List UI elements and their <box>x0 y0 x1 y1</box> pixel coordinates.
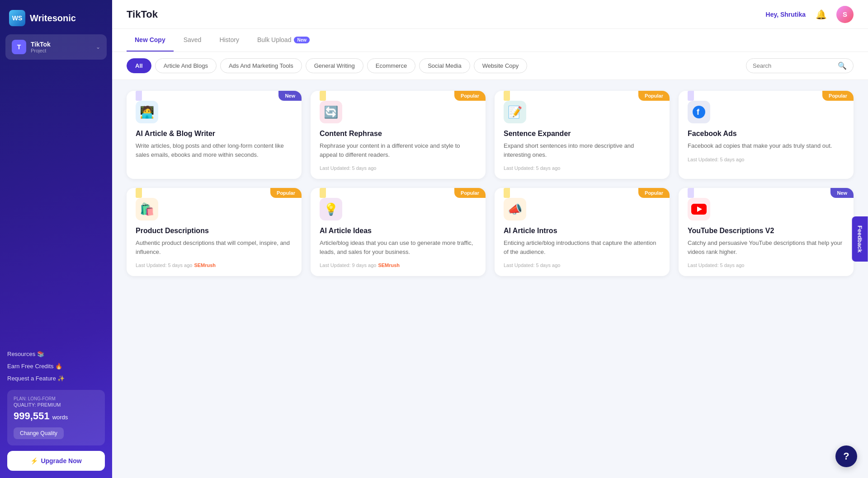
card-footer: Last Updated: 5 days ago <box>688 262 844 268</box>
last-updated: Last Updated: 5 days ago <box>136 262 192 268</box>
avatar[interactable]: S <box>836 6 854 23</box>
filter-bar: AllArticle And BlogsAds And Marketing To… <box>112 52 868 80</box>
filter-ecommerce[interactable]: Ecommerce <box>367 58 415 73</box>
card-desc: Rephrase your content in a different voi… <box>320 141 476 159</box>
card-title: AI Article & Blog Writer <box>136 130 292 138</box>
card-desc: Facebook ad copies that make your ads tr… <box>688 141 844 150</box>
card-title: YouTube Descriptions V2 <box>688 227 844 235</box>
bookmark-icon <box>136 91 142 101</box>
card-icon <box>688 198 710 220</box>
card-product-descriptions[interactable]: Popular 🛍️ Product Descriptions Authenti… <box>127 188 302 276</box>
card-badge: New <box>278 91 302 101</box>
card-footer: Last Updated: 5 days ago <box>504 262 660 268</box>
last-updated: Last Updated: 5 days ago <box>320 165 376 171</box>
search-bar: 🔍 <box>746 58 854 73</box>
card-badge: Popular <box>454 91 486 101</box>
card-badge: Popular <box>270 188 302 198</box>
plan-words: 999,551 words <box>14 410 99 422</box>
card-title: Product Descriptions <box>136 227 292 235</box>
card-badge: New <box>830 188 854 198</box>
filter-social-media[interactable]: Social Media <box>419 58 470 73</box>
bookmark-icon <box>688 91 694 101</box>
card-icon: 🔄 <box>320 101 342 123</box>
header-right: Hey, Shrutika 🔔 S <box>766 6 854 23</box>
card-desc: Article/blog ideas that you can use to g… <box>320 239 476 256</box>
last-updated: Last Updated: 5 days ago <box>688 157 744 162</box>
card-desc: Enticing article/blog introductions that… <box>504 239 660 256</box>
upgrade-icon: ⚡ <box>30 457 38 464</box>
card-icon: 🛍️ <box>136 198 158 220</box>
project-avatar: T <box>12 40 26 54</box>
tab-saved[interactable]: Saved <box>175 29 210 52</box>
card-icon: 🧑‍💻 <box>136 101 158 123</box>
filter-ads-marketing[interactable]: Ads And Marketing Tools <box>220 58 302 73</box>
greeting-name: Shrutika <box>780 11 806 18</box>
header: TikTok Hey, Shrutika 🔔 S <box>112 0 868 29</box>
sidebar: WS Writesonic T TikTok Project ⌄ Resourc… <box>0 0 112 478</box>
bookmark-icon <box>136 188 142 198</box>
tab-history[interactable]: History <box>211 29 247 52</box>
project-label: Project <box>31 48 91 53</box>
page-title: TikTok <box>127 9 158 20</box>
card-footer: Last Updated: 9 days ago SEMrush <box>320 262 476 268</box>
card-title: Content Rephrase <box>320 130 476 138</box>
bookmark-icon <box>504 91 510 101</box>
upgrade-button[interactable]: ⚡ Upgrade Now <box>7 451 105 471</box>
tab-bulk-upload[interactable]: Bulk UploadNew <box>249 29 318 52</box>
card-desc: Write articles, blog posts and other lon… <box>136 141 292 159</box>
search-input[interactable] <box>753 62 834 69</box>
card-icon: 📣 <box>504 198 526 220</box>
card-footer: Last Updated: 5 days ago <box>688 157 844 162</box>
sidebar-bottom: Resources 📚 Earn Free Credits 🔥 Request … <box>0 341 112 478</box>
card-title: AI Article Intros <box>504 227 660 235</box>
card-badge: Popular <box>638 188 670 198</box>
bookmark-icon <box>320 91 326 101</box>
tab-new-copy[interactable]: New Copy <box>127 29 174 52</box>
tabs-bar: New CopySavedHistoryBulk UploadNew <box>112 29 868 52</box>
change-quality-button[interactable]: Change Quality <box>14 427 64 439</box>
bookmark-icon <box>504 188 510 198</box>
card-badge: Popular <box>638 91 670 101</box>
card-icon: f <box>688 101 710 123</box>
card-facebook-ads[interactable]: Popular f Facebook Ads Facebook ad copie… <box>679 91 854 179</box>
sidebar-request-feature[interactable]: Request a Feature ✨ <box>7 372 105 384</box>
card-badge: Popular <box>822 91 854 101</box>
plan-label: PLAN: LONG-FORM <box>14 396 99 401</box>
semrush-badge: SEMrush <box>194 262 216 268</box>
card-footer: Last Updated: 5 days ago SEMrush <box>136 262 292 268</box>
chevron-down-icon: ⌄ <box>96 44 100 50</box>
card-ai-article-intros[interactable]: Popular 📣 AI Article Intros Enticing art… <box>495 188 670 276</box>
card-sentence-expander[interactable]: Popular 📝 Sentence Expander Expand short… <box>495 91 670 179</box>
project-selector[interactable]: T TikTok Project ⌄ <box>5 34 107 60</box>
search-icon[interactable]: 🔍 <box>838 61 847 70</box>
last-updated: Last Updated: 5 days ago <box>504 165 560 171</box>
card-title: Facebook Ads <box>688 130 844 138</box>
card-footer: Last Updated: 5 days ago <box>320 165 476 171</box>
notification-button[interactable]: 🔔 <box>813 6 829 23</box>
semrush-badge: SEMrush <box>378 262 400 268</box>
card-youtube-descriptions-v2[interactable]: New YouTube Descriptions V2 Catchy and p… <box>679 188 854 276</box>
card-icon: 📝 <box>504 101 526 123</box>
logo-icon: WS <box>9 10 25 26</box>
card-title: AI Article Ideas <box>320 227 476 235</box>
card-content-rephrase[interactable]: Popular 🔄 Content Rephrase Rephrase your… <box>311 91 486 179</box>
svg-text:f: f <box>697 108 700 117</box>
tab-new-badge: New <box>294 37 310 43</box>
card-desc: Expand short sentences into more descrip… <box>504 141 660 159</box>
last-updated: Last Updated: 5 days ago <box>504 262 560 268</box>
filter-website-copy[interactable]: Website Copy <box>474 58 528 73</box>
card-ai-article-blog-writer[interactable]: New 🧑‍💻 AI Article & Blog Writer Write a… <box>127 91 302 179</box>
filter-all[interactable]: All <box>127 58 151 73</box>
sidebar-logo: WS Writesonic <box>0 0 112 34</box>
feedback-button[interactable]: Feedback <box>852 216 868 262</box>
project-name: TikTok <box>31 41 91 48</box>
card-icon: 💡 <box>320 198 342 220</box>
card-ai-article-ideas[interactable]: Popular 💡 AI Article Ideas Article/blog … <box>311 188 486 276</box>
filter-article-blogs[interactable]: Article And Blogs <box>155 58 217 73</box>
card-desc: Catchy and persuasive YouTube descriptio… <box>688 239 844 256</box>
help-button[interactable]: ? <box>835 445 857 467</box>
sidebar-resources[interactable]: Resources 📚 <box>7 348 105 360</box>
sidebar-earn-credits[interactable]: Earn Free Credits 🔥 <box>7 360 105 372</box>
logo-text: Writesonic <box>30 13 76 23</box>
filter-general-writing[interactable]: General Writing <box>306 58 363 73</box>
